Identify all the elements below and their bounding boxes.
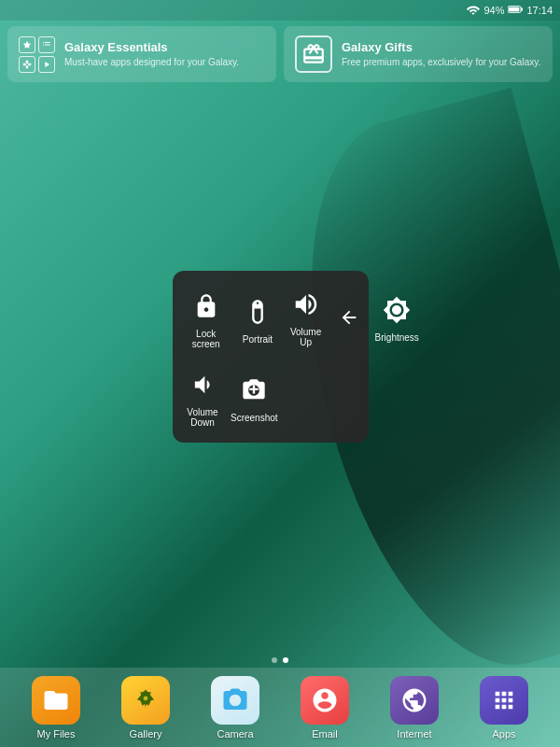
- email-icon: [301, 676, 349, 725]
- lock-icon: [189, 289, 223, 323]
- quick-actions-row-top: Lock screen Portrait: [180, 278, 284, 357]
- essentials-icons: [19, 36, 55, 73]
- portrait-label: Portrait: [243, 334, 273, 345]
- gifts-desc: Free premium apps, exclusively for your …: [342, 56, 540, 68]
- svg-rect-1: [522, 7, 524, 10]
- quick-actions-popup: Lock screen Portrait Volume Up: [173, 271, 369, 443]
- internet-label: Internet: [397, 728, 431, 740]
- gallery-icon: [121, 676, 170, 725]
- essentials-title: Galaxy Essentials: [64, 40, 239, 54]
- volume-down-label: Volume Down: [186, 407, 219, 428]
- status-icons: 94% 17:14: [467, 4, 553, 17]
- camera-icon: [211, 676, 259, 725]
- screenshot-label: Screenshot: [231, 413, 278, 423]
- page-dot-2[interactable]: [283, 657, 288, 663]
- wifi-icon: [467, 4, 480, 17]
- quick-actions-row-bot: Volume Down Screenshot: [180, 357, 284, 435]
- gift-icon-box: [295, 35, 332, 73]
- gallery-label: Gallery: [130, 728, 162, 740]
- svg-rect-2: [509, 7, 519, 12]
- dock-gallery[interactable]: Gallery: [113, 676, 178, 740]
- battery-icon: [508, 5, 523, 16]
- camera-label: Camera: [217, 728, 253, 740]
- dock-camera[interactable]: Camera: [203, 676, 268, 740]
- volume-up-button[interactable]: Volume Up: [284, 278, 329, 357]
- volume-up-icon: [289, 288, 323, 321]
- battery-percentage: 94%: [483, 5, 504, 16]
- dock: My Files Gallery Camera Email: [0, 668, 560, 747]
- status-bar: 94% 17:14: [0, 0, 560, 21]
- email-label: Email: [312, 728, 338, 740]
- gifts-text: Galaxy Gifts Free premium apps, exclusiv…: [342, 40, 540, 68]
- status-time: 17:14: [526, 5, 553, 16]
- gifts-title: Galaxy Gifts: [342, 40, 540, 54]
- essentials-desc: Must-have apps designed for your Galaxy.: [64, 56, 239, 68]
- apps-icon: [480, 676, 528, 725]
- brightness-icon: [380, 293, 413, 327]
- lock-screen-label: Lock screen: [186, 329, 226, 349]
- internet-icon: [390, 676, 439, 725]
- lock-screen-button[interactable]: Lock screen: [180, 278, 231, 357]
- dock-apps[interactable]: Apps: [471, 676, 537, 740]
- page-indicators: [272, 657, 288, 663]
- portrait-icon: [241, 295, 274, 329]
- svg-point-3: [144, 696, 148, 700]
- volume-down-button[interactable]: Volume Down: [180, 357, 225, 435]
- dock-my-files[interactable]: My Files: [23, 676, 89, 740]
- brightness-label: Brightness: [375, 332, 419, 343]
- volume-down-icon: [186, 368, 219, 402]
- screenshot-button[interactable]: Screenshot: [225, 357, 284, 435]
- dock-email[interactable]: Email: [292, 676, 357, 740]
- dock-internet[interactable]: Internet: [382, 676, 447, 740]
- my-files-label: My Files: [37, 728, 76, 740]
- play-icon-box: [38, 56, 55, 73]
- volume-up-label: Volume Up: [289, 327, 323, 347]
- brightness-button[interactable]: Brightness: [370, 284, 425, 352]
- back-arrow-center: [329, 307, 370, 328]
- apps-label: Apps: [492, 728, 515, 740]
- galaxy-essentials-card[interactable]: Galaxy Essentials Must-have apps designe…: [7, 26, 276, 82]
- star-icon-box: [19, 36, 35, 53]
- top-cards: Galaxy Essentials Must-have apps designe…: [7, 26, 553, 82]
- galaxy-gifts-card[interactable]: Galaxy Gifts Free premium apps, exclusiv…: [284, 26, 553, 82]
- portrait-button[interactable]: Portrait: [231, 278, 283, 357]
- screenshot-icon: [237, 374, 271, 407]
- my-files-icon: [32, 676, 80, 725]
- page-dot-1[interactable]: [272, 657, 277, 663]
- essentials-text: Galaxy Essentials Must-have apps designe…: [64, 40, 239, 68]
- list-icon-box: [38, 36, 55, 53]
- gamepad-icon-box: [19, 56, 35, 73]
- quick-actions-row-mid: Volume Up Brightness: [284, 278, 425, 357]
